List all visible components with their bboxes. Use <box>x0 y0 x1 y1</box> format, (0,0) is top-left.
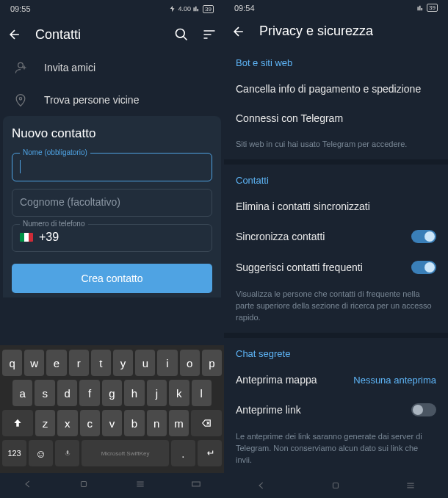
find-nearby[interactable]: Trova persone vicine <box>0 84 224 116</box>
svg-point-1 <box>18 62 24 68</box>
search-icon[interactable] <box>174 27 189 42</box>
svg-rect-6 <box>333 483 339 488</box>
period-key[interactable]: . <box>171 440 195 466</box>
contacts-hint: Visualizza le persone che contatti di fr… <box>224 283 448 333</box>
svg-rect-5 <box>192 482 200 486</box>
nav-home-icon[interactable] <box>79 479 89 492</box>
section-secret: Chat segrete <box>224 338 448 365</box>
section-contacts: Contatti <box>224 165 448 192</box>
nearby-label: Trova persone vicine <box>44 94 139 106</box>
backspace-key[interactable] <box>191 410 222 436</box>
key-r[interactable]: r <box>69 350 89 376</box>
enter-key[interactable] <box>198 440 222 466</box>
key-z[interactable]: z <box>35 410 55 436</box>
surname-placeholder: Cognome (facoltativo) <box>20 196 120 208</box>
key-q[interactable]: q <box>2 350 22 376</box>
back-icon[interactable] <box>231 24 246 39</box>
toggle-switch[interactable] <box>411 261 436 274</box>
key-p[interactable]: p <box>202 350 222 376</box>
nav-home-icon[interactable] <box>330 480 341 494</box>
key-t[interactable]: t <box>91 350 111 376</box>
nav-bar <box>224 475 448 498</box>
phone-field[interactable]: Numero di telefono +39 <box>12 224 212 252</box>
sheet-title: Nuovo contatto <box>12 126 212 141</box>
payment-info-row[interactable]: Cancella info di pagamento e spedizione <box>224 74 448 104</box>
key-i[interactable]: i <box>157 350 177 376</box>
key-g[interactable]: g <box>102 380 122 406</box>
divider <box>224 159 448 165</box>
shift-key[interactable] <box>2 410 33 436</box>
key-v[interactable]: v <box>102 410 122 436</box>
bots-hint: Siti web in cui hai usato Telegram per a… <box>224 133 448 159</box>
key-l[interactable]: l <box>192 380 212 406</box>
clock: 09:54 <box>234 4 255 12</box>
text-cursor-icon <box>20 160 21 173</box>
nav-bar <box>0 473 224 498</box>
key-w[interactable]: w <box>24 350 44 376</box>
nav-back-icon[interactable] <box>256 480 267 494</box>
create-contact-button[interactable]: Crea contatto <box>12 264 212 293</box>
connected-telegram-row[interactable]: Connessi con Telegram <box>224 104 448 133</box>
key-f[interactable]: f <box>79 380 99 406</box>
surname-field[interactable]: Cognome (facoltativo) <box>12 189 212 217</box>
toggle-switch[interactable] <box>411 403 436 416</box>
invite-label: Invita amici <box>44 62 95 73</box>
key-h[interactable]: h <box>124 380 144 406</box>
delete-synced-row[interactable]: Elimina i contatti sincronizzati <box>224 192 448 221</box>
key-a[interactable]: a <box>12 380 32 406</box>
nav-back-icon[interactable] <box>23 479 33 492</box>
back-icon[interactable] <box>7 27 22 42</box>
toggle-switch[interactable] <box>411 230 436 243</box>
nav-keyboard-icon[interactable] <box>191 479 201 492</box>
key-c[interactable]: c <box>80 410 100 436</box>
status-bar: 09:54 39 <box>224 0 448 16</box>
key-m[interactable]: m <box>169 410 189 436</box>
italy-flag-icon[interactable] <box>20 233 33 242</box>
mic-key[interactable] <box>55 440 79 466</box>
numbers-key[interactable]: 123 <box>2 440 26 466</box>
svg-point-2 <box>19 98 21 100</box>
invite-friends[interactable]: Invita amici <box>0 51 224 84</box>
app-bar: Privacy e sicurezza <box>224 16 448 47</box>
key-s[interactable]: s <box>35 380 54 406</box>
key-b[interactable]: b <box>124 410 144 436</box>
nav-recent-icon[interactable] <box>135 479 145 492</box>
key-o[interactable]: o <box>180 350 200 376</box>
phone-value: +39 <box>39 231 59 244</box>
status-icons: 39 <box>417 4 438 12</box>
svg-rect-4 <box>82 482 87 487</box>
map-preview-value: Nessuna anteprima <box>353 375 436 386</box>
link-preview-row[interactable]: Anteprime link <box>224 394 448 425</box>
key-x[interactable]: x <box>57 410 77 436</box>
section-bots: Bot e siti web <box>224 47 448 74</box>
key-e[interactable]: e <box>46 350 66 376</box>
divider <box>224 333 448 338</box>
secret-hint: Le anteprime dei link saranno generate d… <box>224 425 448 475</box>
sync-contacts-row[interactable]: Sincronizza contatti <box>224 221 448 252</box>
firstname-label: Nome (obbligatorio) <box>20 148 90 156</box>
key-d[interactable]: d <box>57 380 77 406</box>
key-n[interactable]: n <box>147 410 167 436</box>
page-title: Privacy e sicurezza <box>259 24 441 39</box>
location-icon <box>13 93 28 107</box>
space-key[interactable]: Microsoft SwiftKey <box>82 440 168 466</box>
sort-icon[interactable] <box>202 27 217 42</box>
suggest-contacts-row[interactable]: Suggerisci contatti frequenti <box>224 252 448 283</box>
key-u[interactable]: u <box>135 350 155 376</box>
app-bar: Contatti <box>0 18 224 51</box>
key-j[interactable]: j <box>147 380 167 406</box>
key-y[interactable]: y <box>113 350 133 376</box>
svg-rect-3 <box>67 450 69 454</box>
nav-recent-icon[interactable] <box>405 480 416 494</box>
firstname-field[interactable]: Nome (obbligatorio) <box>12 153 212 181</box>
emoji-key[interactable]: ☺ <box>29 440 53 466</box>
svg-point-0 <box>176 29 185 38</box>
key-k[interactable]: k <box>169 380 189 406</box>
keyboard: qwertyuiop asdfghjkl zxcvbnm 123 ☺ Micro… <box>0 345 224 473</box>
contacts-screen: 09:55 4.00 39 Contatti Invita amici Trov… <box>0 0 224 498</box>
status-bar: 09:55 4.00 39 <box>0 0 224 18</box>
add-person-icon <box>13 60 28 75</box>
page-title: Contatti <box>35 27 161 43</box>
clock: 09:55 <box>10 4 31 13</box>
map-preview-row[interactable]: Anteprima mappaNessuna anteprima <box>224 365 448 394</box>
